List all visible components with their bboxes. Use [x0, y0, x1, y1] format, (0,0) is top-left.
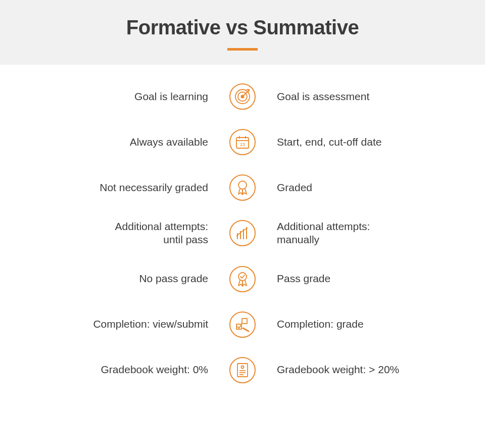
svg-point-9 [238, 181, 247, 189]
formative-text: Always available [45, 136, 227, 149]
formative-text: No pass grade [45, 272, 227, 285]
comparison-row: Gradebook weight: 0%Gradebook weight: > … [0, 347, 485, 393]
comparison-row: No pass gradePass grade [0, 256, 485, 302]
svg-point-18 [241, 366, 244, 368]
ribbon-icon [229, 174, 256, 201]
summative-text: Graded [258, 181, 440, 194]
row-icon-wrap [227, 311, 258, 338]
formative-text: Additional attempts:until pass [45, 220, 227, 247]
summative-text: Completion: grade [258, 318, 440, 331]
svg-rect-15 [242, 319, 247, 324]
checklist-icon [229, 311, 256, 338]
row-icon-wrap [227, 357, 258, 383]
summative-text: Start, end, cut-off date [258, 136, 440, 149]
row-icon-wrap [227, 174, 258, 201]
calendar-icon: 23 [229, 129, 256, 155]
comparison-row: Always available23Start, end, cut-off da… [0, 119, 485, 165]
svg-text:23: 23 [240, 142, 245, 147]
chart-icon [229, 220, 256, 246]
comparison-row: Additional attempts:until passAdditional… [0, 210, 485, 256]
comparison-rows: Goal is learningGoal is assessmentAlways… [0, 65, 485, 393]
formative-text: Goal is learning [45, 90, 227, 103]
summative-text: Additional attempts:manually [258, 220, 440, 247]
comparison-row: Goal is learningGoal is assessment [0, 74, 485, 119]
formative-text: Gradebook weight: 0% [45, 363, 227, 376]
summative-text: Goal is assessment [258, 90, 440, 103]
title-underline [227, 48, 258, 51]
comparison-row: Not necessarily gradedGraded [0, 165, 485, 210]
row-icon-wrap [227, 266, 258, 292]
target-icon [229, 83, 256, 110]
row-icon-wrap [227, 220, 258, 246]
header: Formative vs Summative [0, 0, 485, 65]
comparison-row: Completion: view/submitCompletion: grade [0, 302, 485, 347]
svg-line-3 [243, 91, 249, 97]
ribbon-check-icon [229, 266, 256, 292]
formative-text: Completion: view/submit [45, 318, 227, 331]
formative-text: Not necessarily graded [45, 181, 227, 194]
page-title: Formative vs Summative [0, 16, 485, 39]
certificate-icon [229, 357, 256, 383]
row-icon-wrap: 23 [227, 129, 258, 155]
summative-text: Pass grade [258, 272, 440, 285]
row-icon-wrap [227, 83, 258, 110]
summative-text: Gradebook weight: > 20% [258, 363, 440, 376]
svg-point-14 [238, 273, 247, 281]
